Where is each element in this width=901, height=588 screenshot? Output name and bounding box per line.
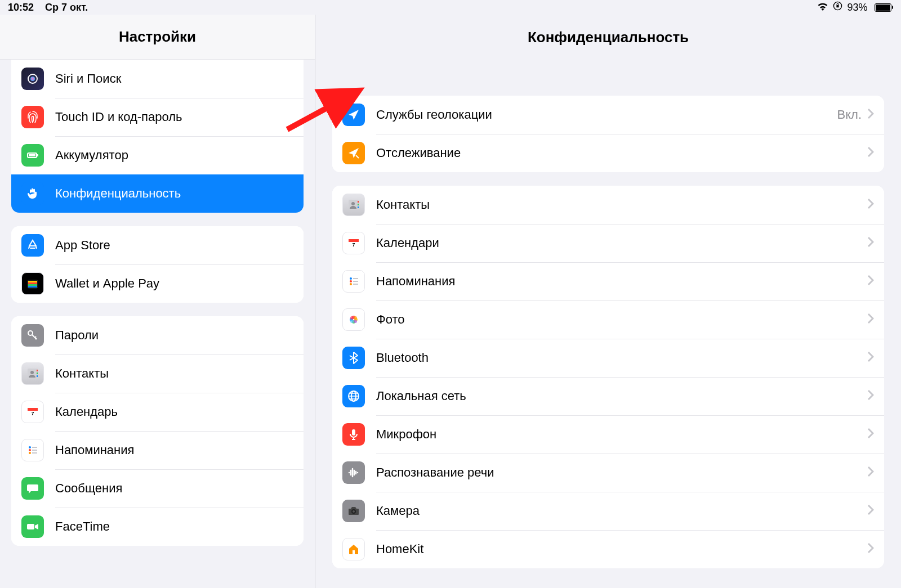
row-calendar[interactable]: 7Календарь <box>11 393 304 431</box>
row-label: Фото <box>376 312 867 327</box>
status-date: Ср 7 окт. <box>45 2 88 14</box>
row-siri[interactable]: Siri и Поиск <box>11 60 304 98</box>
row-label: Контакты <box>376 198 867 212</box>
row-label: Локальная сеть <box>376 389 867 403</box>
svg-rect-5 <box>37 154 38 156</box>
svg-rect-15 <box>37 372 38 374</box>
chevron-right-icon <box>867 313 874 326</box>
waveform-icon <box>342 461 365 484</box>
camera-icon <box>342 500 365 522</box>
row-localnet[interactable]: Локальная сеть <box>332 377 884 415</box>
row-wallet[interactable]: Wallet и Apple Pay <box>11 264 304 303</box>
row-battery[interactable]: Аккумулятор <box>11 136 304 174</box>
row-speech[interactable]: Распознавание речи <box>332 454 884 492</box>
row-passwords[interactable]: Пароли <box>11 316 304 354</box>
row-camera[interactable]: Камера <box>332 492 884 530</box>
row-contacts2[interactable]: Контакты <box>332 186 884 224</box>
row-touchid[interactable]: Touch ID и код-пароль <box>11 98 304 136</box>
contacts-icon <box>342 194 365 216</box>
svg-point-46 <box>354 316 357 320</box>
svg-rect-29 <box>358 201 359 203</box>
row-appstore[interactable]: App Store <box>11 226 304 264</box>
mic-icon <box>342 423 365 446</box>
row-label: Распознавание речи <box>376 465 867 480</box>
row-reminders2[interactable]: Напоминания <box>332 262 884 300</box>
chevron-right-icon <box>867 466 874 479</box>
battery-icon <box>21 144 44 167</box>
key-icon <box>21 324 44 347</box>
row-label: Напоминания <box>376 274 867 289</box>
row-reminders[interactable]: Напоминания <box>11 431 304 469</box>
row-label: Wallet и Apple Pay <box>55 276 293 291</box>
svg-rect-55 <box>353 550 355 554</box>
chevron-right-icon <box>867 146 874 160</box>
svg-rect-9 <box>28 284 37 286</box>
svg-rect-52 <box>352 429 355 436</box>
svg-point-47 <box>354 320 357 323</box>
chevron-right-icon <box>867 504 874 518</box>
calendar-icon: 7 <box>21 401 44 423</box>
row-label: Календари <box>376 236 867 250</box>
row-label: Отслеживание <box>376 146 867 160</box>
svg-point-32 <box>351 202 355 205</box>
status-bar: 10:52 Ср 7 окт. 93% <box>0 0 901 15</box>
svg-point-54 <box>353 510 355 513</box>
row-messages[interactable]: Сообщения <box>11 469 304 508</box>
svg-point-36 <box>350 277 352 280</box>
bluetooth-icon <box>342 347 365 369</box>
chevron-right-icon <box>867 236 874 250</box>
tracking-icon <box>342 142 365 164</box>
reminders-icon <box>21 439 44 461</box>
row-label: Напоминания <box>55 443 293 457</box>
svg-rect-24 <box>32 450 37 451</box>
row-label: Аккумулятор <box>55 148 293 163</box>
row-photos[interactable]: Фото <box>332 300 884 339</box>
row-microphone[interactable]: Микрофон <box>332 415 884 454</box>
wallet-icon <box>21 272 44 295</box>
rotation-lock-icon <box>833 1 842 14</box>
svg-point-21 <box>29 446 31 448</box>
row-bluetooth[interactable]: Bluetooth <box>332 339 884 377</box>
svg-rect-26 <box>32 452 37 454</box>
row-label: Службы геолокации <box>376 107 837 122</box>
chevron-right-icon <box>867 542 874 556</box>
row-tracking[interactable]: Отслеживание <box>332 134 884 172</box>
row-calendars2[interactable]: 7Календари <box>332 224 884 262</box>
chevron-right-icon <box>867 389 874 403</box>
main-panel: Конфиденциальность Службы геолокацииВкл.… <box>315 15 901 588</box>
sidebar-title: Настройки <box>0 15 315 60</box>
svg-point-12 <box>28 331 33 335</box>
facetime-icon <box>21 515 44 538</box>
svg-rect-14 <box>37 370 38 371</box>
row-label: Конфиденциальность <box>55 186 293 201</box>
chevron-right-icon <box>867 351 874 365</box>
row-facetime[interactable]: FaceTime <box>11 508 304 546</box>
chevron-right-icon <box>867 198 874 212</box>
svg-rect-39 <box>353 281 358 282</box>
svg-point-40 <box>350 283 352 285</box>
chevron-right-icon <box>867 428 874 441</box>
home-icon <box>342 538 365 560</box>
row-label: Touch ID и код-пароль <box>55 110 293 124</box>
svg-rect-8 <box>28 282 37 284</box>
row-location[interactable]: Службы геолокацииВкл. <box>332 96 884 134</box>
svg-text:7: 7 <box>31 411 34 416</box>
row-privacy[interactable]: Конфиденциальность <box>11 174 304 213</box>
sidebar: Настройки Siri и ПоискTouch ID и код-пар… <box>0 15 315 588</box>
hand-icon <box>21 182 44 205</box>
siri-icon <box>21 68 44 90</box>
fingerprint-icon <box>21 106 44 128</box>
svg-rect-16 <box>37 375 38 377</box>
svg-point-48 <box>350 320 354 323</box>
row-contacts[interactable]: Контакты <box>11 354 304 393</box>
svg-text:7: 7 <box>352 242 355 248</box>
row-label: Календарь <box>55 405 293 419</box>
battery-percent: 93% <box>847 2 867 14</box>
row-label: Микрофон <box>376 427 867 442</box>
globe-icon <box>342 385 365 407</box>
row-label: Bluetooth <box>376 351 867 365</box>
row-label: Siri и Поиск <box>55 71 293 86</box>
svg-point-25 <box>29 452 31 454</box>
svg-rect-10 <box>28 286 37 288</box>
row-homekit[interactable]: HomeKit <box>332 530 884 568</box>
